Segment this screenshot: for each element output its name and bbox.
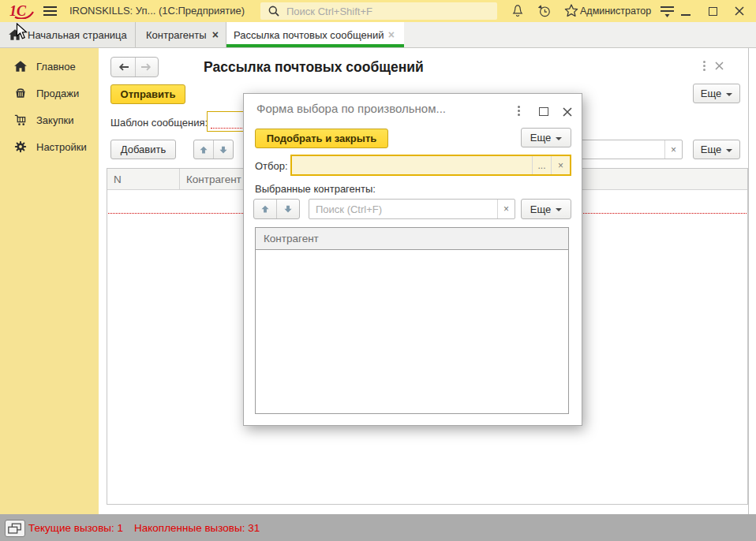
global-search-placeholder: Поиск Ctrl+Shift+F [286, 6, 372, 17]
sidebar-item-label: Закупки [36, 114, 73, 126]
close-window-icon[interactable] [734, 6, 745, 17]
main-menu-icon[interactable] [43, 6, 57, 18]
sidebar: Главное Продажи Закупки [0, 48, 99, 514]
global-search-input[interactable]: Поиск Ctrl+Shift+F [260, 2, 497, 20]
dialog-table-header: Контрагент [256, 228, 568, 250]
dialog-close-icon[interactable] [562, 106, 573, 118]
sidebar-item-label: Главное [36, 61, 76, 73]
tab-close-icon[interactable]: × [212, 28, 219, 41]
chevron-down-icon [556, 137, 562, 140]
dialog-title: Форма выбора по произвольном... [256, 102, 446, 115]
send-button[interactable]: Отправить [110, 84, 185, 104]
chevron-down-icon [556, 208, 562, 211]
selected-counterparties-table: Контрагент [255, 227, 569, 414]
filter-label: Отбор: [255, 160, 288, 172]
1c-logo-icon: 1С [9, 3, 36, 19]
dialog-clear-search-icon[interactable]: × [497, 200, 515, 218]
sidebar-item-sales[interactable]: Продажи [0, 80, 99, 106]
app-title: IRONSKILLS: Уп... (1С:Предприятие) [69, 0, 245, 22]
gear-icon [13, 140, 28, 154]
cart-icon [13, 113, 28, 127]
notifications-bell-icon[interactable] [510, 3, 526, 19]
clear-search-icon[interactable]: × [664, 140, 682, 159]
current-calls: Текущие вызовы: 1 [28, 522, 123, 534]
chevron-down-icon [726, 149, 732, 152]
pick-and-close-button[interactable]: Подобрать и закрыть [255, 129, 388, 148]
status-bar: Текущие вызовы: 1 Накопленные вызовы: 31 [0, 514, 756, 541]
title-bar: 1С IRONSKILLS: Уп... (1С:Предприятие) По… [0, 0, 756, 22]
svg-text:1С: 1С [9, 3, 27, 19]
navigation-buttons [110, 57, 159, 77]
dialog-search-placeholder: Поиск (Ctrl+F) [309, 203, 382, 215]
tab-bar: Начальная страница Контрагенты × Рассылк… [0, 22, 756, 48]
maximize-icon[interactable] [709, 7, 717, 16]
filter-clear-icon[interactable]: × [551, 156, 570, 174]
more-button-top[interactable]: Еще [693, 84, 740, 103]
sidebar-item-settings[interactable]: Настройки [0, 133, 99, 160]
move-buttons [193, 140, 234, 159]
tab-close-icon[interactable]: × [388, 28, 395, 41]
tab-counterparties-label: Контрагенты [146, 29, 207, 41]
performance-indicator-icon[interactable] [5, 520, 25, 537]
accumulated-calls: Накопленные вызовы: 31 [134, 522, 260, 534]
chevron-down-icon [726, 93, 732, 96]
more-button-table[interactable]: Еще [693, 140, 740, 159]
mouse-cursor [16, 23, 28, 40]
back-button[interactable] [111, 58, 135, 76]
basket-icon [13, 86, 28, 100]
form-close-icon[interactable] [714, 61, 724, 71]
move-down-button[interactable] [213, 140, 233, 159]
minimize-icon[interactable] [680, 6, 691, 17]
history-icon[interactable] [537, 3, 552, 19]
dialog-more-button-list[interactable]: Еще [521, 199, 571, 219]
sidebar-item-label: Настройки [36, 141, 87, 153]
tab-home-label: Начальная страница [28, 29, 127, 41]
tab-counterparties[interactable]: Контрагенты × [136, 22, 226, 47]
move-up-button[interactable] [194, 140, 213, 159]
dialog-maximize-icon[interactable] [539, 107, 548, 116]
sidebar-item-main[interactable]: Главное [0, 53, 99, 80]
selection-form-dialog: Форма выбора по произвольном... Подобрат… [243, 93, 582, 426]
selected-counterparties-label: Выбранные контрагенты: [255, 183, 376, 195]
home-icon [13, 59, 28, 73]
sidebar-item-label: Продажи [36, 88, 79, 99]
add-button[interactable]: Добавить [110, 140, 176, 159]
content-right-border [748, 48, 749, 514]
dialog-move-down-button[interactable] [276, 200, 299, 218]
search-icon [268, 5, 281, 18]
dialog-search-input[interactable]: Поиск (Ctrl+F) × [309, 199, 515, 219]
dialog-move-up-button[interactable] [254, 200, 276, 218]
sidebar-item-purchases[interactable]: Закупки [0, 106, 99, 133]
form-menu-kebab-icon[interactable] [703, 61, 705, 71]
dialog-column-header-counterparty[interactable]: Контрагент [256, 228, 568, 249]
user-menu-icon[interactable] [660, 6, 676, 18]
dialog-menu-kebab-icon[interactable] [518, 106, 520, 116]
active-tab-indicator [226, 44, 404, 47]
filter-input[interactable]: ... × [290, 155, 571, 176]
application-window: 1С IRONSKILLS: Уп... (1С:Предприятие) По… [0, 0, 756, 541]
column-header-n[interactable]: N [107, 169, 180, 189]
forward-button[interactable] [135, 58, 159, 76]
template-label: Шаблон сообщения: [110, 117, 208, 129]
filter-ellipsis-button[interactable]: ... [532, 156, 551, 174]
dialog-move-buttons [253, 199, 300, 219]
user-name: Администратор [580, 0, 651, 22]
dialog-more-button-top[interactable]: Еще [521, 128, 571, 147]
page-title: Рассылка почтовых сообщений [204, 57, 424, 77]
tab-mailing-label: Рассылка почтовых сообщений [234, 29, 384, 41]
tab-mailing[interactable]: Рассылка почтовых сообщений × [226, 22, 404, 47]
favorites-star-icon[interactable] [563, 3, 579, 19]
